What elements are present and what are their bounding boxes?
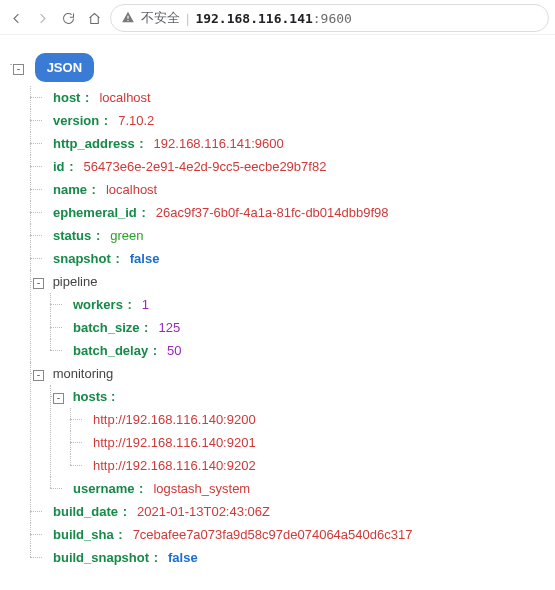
kv-batch-delay: batch_delay :50: [50, 339, 545, 362]
reload-icon[interactable]: [58, 8, 78, 28]
kv-version: version :7.10.2: [30, 109, 545, 132]
kv-ephemeral-id: ephemeral_id :26ac9f37-6b0f-4a1a-81fc-db…: [30, 201, 545, 224]
collapse-toggle[interactable]: -: [13, 64, 24, 75]
json-root-badge: JSON: [35, 53, 94, 82]
kv-status: status :green: [30, 224, 545, 247]
kv-build-snapshot: build_snapshot :false: [30, 546, 545, 569]
forward-icon[interactable]: [32, 8, 52, 28]
kv-name: name :localhost: [30, 178, 545, 201]
address-separator: |: [186, 11, 189, 26]
kv-build-date: build_date :2021-01-13T02:43:06Z: [30, 500, 545, 523]
group-monitoring: - monitoring - hosts : http://192.168.11…: [30, 362, 545, 500]
browser-toolbar: 不安全 | 192.168.116.141:9600: [0, 0, 555, 35]
pipeline-label: pipeline: [53, 274, 98, 289]
home-icon[interactable]: [84, 8, 104, 28]
back-icon[interactable]: [6, 8, 26, 28]
warning-icon: [121, 10, 135, 27]
kv-batch-size: batch_size :125: [50, 316, 545, 339]
collapse-toggle[interactable]: -: [53, 393, 64, 404]
address-bar[interactable]: 不安全 | 192.168.116.141:9600: [110, 4, 549, 32]
group-pipeline: - pipeline workers :1 batch_size :125 ba…: [30, 270, 545, 362]
list-item: http://192.168.116.140:9201: [70, 431, 545, 454]
kv-host: host :localhost: [30, 86, 545, 109]
insecure-label: 不安全: [141, 9, 180, 27]
kv-id: id :56473e6e-2e91-4e2d-9cc5-eecbe29b7f82: [30, 155, 545, 178]
kv-http-address: http_address :192.168.116.141:9600: [30, 132, 545, 155]
collapse-toggle[interactable]: -: [33, 370, 44, 381]
list-item: http://192.168.116.140:9202: [70, 454, 545, 477]
list-item: http://192.168.116.140:9200: [70, 408, 545, 431]
kv-workers: workers :1: [50, 293, 545, 316]
kv-snapshot: snapshot :false: [30, 247, 545, 270]
json-viewer: - JSON host :localhost version :7.10.2 h…: [0, 35, 555, 590]
monitoring-label: monitoring: [53, 366, 114, 381]
hosts-key: hosts :: [73, 389, 116, 404]
kv-username: username :logstash_system: [50, 477, 545, 500]
address-text: 192.168.116.141:9600: [195, 11, 352, 26]
group-hosts: - hosts : http://192.168.116.140:9200 ht…: [50, 385, 545, 477]
kv-build-sha: build_sha :7cebafee7a073fa9d58c97de07406…: [30, 523, 545, 546]
collapse-toggle[interactable]: -: [33, 278, 44, 289]
